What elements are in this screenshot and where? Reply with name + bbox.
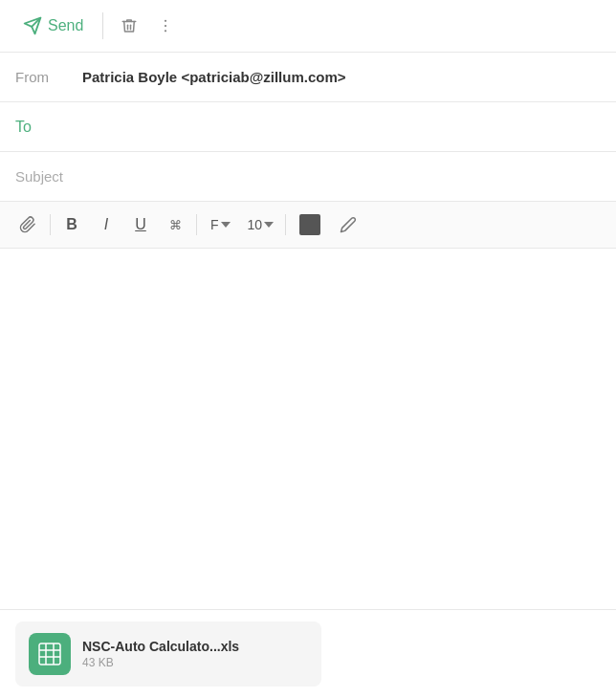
- from-value: Patricia Boyle <patriciab@zillum.com>: [82, 69, 601, 85]
- attachment-info: NSC-Auto Calculato...xls 43 KB: [82, 639, 239, 669]
- to-field-row: To: [0, 102, 616, 152]
- subject-label: Subject: [15, 168, 82, 185]
- format-toolbar: B I U ⌘ F 10: [0, 202, 616, 249]
- font-dropdown-icon: [221, 220, 231, 229]
- italic-button[interactable]: I: [91, 209, 121, 240]
- attachment-icon: [19, 216, 36, 233]
- font-label: F: [210, 217, 219, 232]
- to-input[interactable]: [82, 119, 601, 135]
- from-label: From: [15, 69, 82, 85]
- color-swatch: [299, 214, 320, 235]
- font-size-dropdown-icon: [264, 220, 274, 229]
- toolbar-divider: [102, 12, 103, 39]
- svg-point-4: [165, 30, 166, 32]
- more-options-button[interactable]: [151, 11, 180, 40]
- attachment-filesize: 43 KB: [82, 656, 239, 669]
- svg-point-2: [165, 20, 166, 22]
- underline-button[interactable]: U: [125, 209, 156, 240]
- fmt-divider-3: [285, 214, 286, 235]
- compose-textarea[interactable]: [15, 264, 601, 455]
- subject-field-row: Subject: [0, 152, 616, 202]
- cmd-button[interactable]: ⌘: [160, 209, 190, 240]
- attachment-area: NSC-Auto Calculato...xls 43 KB: [0, 609, 616, 698]
- attachment-item[interactable]: NSC-Auto Calculato...xls 43 KB: [15, 622, 321, 687]
- more-vert-icon: [157, 17, 174, 34]
- pencil-button[interactable]: [332, 209, 364, 240]
- send-icon: [23, 16, 42, 35]
- svg-point-3: [165, 25, 166, 27]
- to-label: To: [15, 119, 82, 136]
- font-button[interactable]: F: [203, 209, 238, 240]
- attachment-filename: NSC-Auto Calculato...xls: [82, 639, 239, 654]
- from-field-row: From Patricia Boyle <patriciab@zillum.co…: [0, 53, 616, 102]
- font-size-selector[interactable]: 10: [242, 213, 280, 236]
- svg-rect-5: [39, 643, 60, 665]
- font-size-value: 10: [248, 217, 263, 232]
- color-button[interactable]: [292, 209, 328, 240]
- bold-button[interactable]: B: [56, 209, 87, 240]
- compose-toolbar: Send: [0, 0, 616, 53]
- compose-body: [0, 249, 616, 542]
- subject-input[interactable]: [82, 168, 601, 185]
- send-label: Send: [48, 17, 83, 34]
- attachment-file-icon: [29, 633, 71, 675]
- svg-rect-10: [39, 643, 60, 665]
- pencil-icon: [340, 216, 357, 233]
- attach-button[interactable]: [11, 209, 44, 240]
- fmt-divider-2: [196, 214, 197, 235]
- delete-button[interactable]: [115, 11, 143, 40]
- fmt-divider-1: [50, 214, 51, 235]
- send-button[interactable]: Send: [15, 12, 91, 39]
- spreadsheet-icon: [37, 642, 62, 666]
- trash-icon: [121, 17, 138, 34]
